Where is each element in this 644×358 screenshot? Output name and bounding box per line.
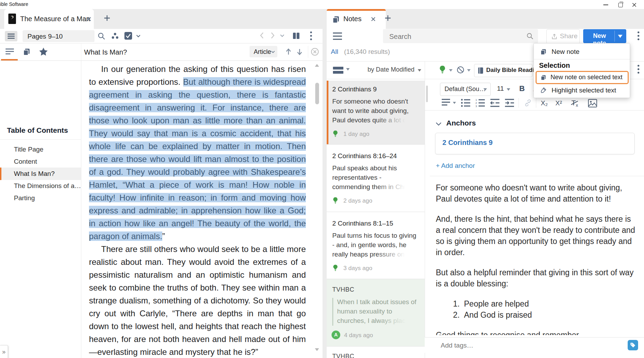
- filter-all[interactable]: All: [331, 48, 338, 56]
- editor-kebab-icon[interactable]: [637, 65, 639, 74]
- font-size-selector[interactable]: 11: [497, 85, 513, 94]
- toc-active-bar: [0, 168, 1, 180]
- note-item-title: TVHBC: [332, 353, 354, 358]
- notes-menu-icon[interactable]: [332, 32, 343, 40]
- note-paragraph: And, there Is the hint, that behind what…: [436, 213, 636, 258]
- scroll-up-icon[interactable]: [315, 64, 319, 67]
- scrollbar-thumb[interactable]: [315, 83, 319, 104]
- toc-tab-icon[interactable]: [5, 48, 15, 56]
- divider: [308, 46, 308, 58]
- note-list-item[interactable]: 2 Corinthians 8:1–15 Paul turns his focu…: [327, 212, 425, 279]
- next-article-icon[interactable]: [296, 48, 303, 56]
- chevron-down-icon[interactable]: [449, 69, 453, 72]
- note-editor-body[interactable]: For someone who doesn't want to write ab…: [436, 182, 636, 335]
- book-paragraph: In our generation the asking of this que…: [89, 63, 306, 243]
- add-tags-input[interactable]: [440, 340, 615, 351]
- copy-pages-icon[interactable]: [22, 48, 31, 56]
- close-circle-icon[interactable]: [311, 48, 319, 56]
- new-tab-button-right[interactable]: [384, 14, 393, 24]
- star-icon[interactable]: [39, 47, 48, 56]
- list-view-selector[interactable]: [333, 67, 350, 74]
- note-list-item[interactable]: TVHBC: [327, 347, 425, 358]
- reference-box[interactable]: Pages 9–10: [23, 30, 95, 42]
- sort-selector[interactable]: by Date Modified: [354, 66, 421, 73]
- close-button[interactable]: [628, 1, 640, 8]
- visual-filter-button[interactable]: [124, 31, 141, 40]
- new-tab-button-left[interactable]: [103, 14, 113, 24]
- superscript-button[interactable]: X²: [555, 99, 562, 107]
- window-titlebar: Bible Software: [0, 0, 644, 9]
- panel-menu-button[interactable]: [5, 31, 17, 41]
- link-icon[interactable]: [523, 98, 532, 107]
- divider: [430, 176, 644, 176]
- toc-item-title-page[interactable]: Title Page: [0, 143, 81, 155]
- panel-expander[interactable]: »: [0, 345, 8, 358]
- tag-badge-button[interactable]: [628, 340, 638, 350]
- toc-item-dimensions[interactable]: The Dimensions of a…: [0, 180, 81, 192]
- bold-button[interactable]: B: [519, 84, 525, 93]
- menu-item-new-note[interactable]: New note: [534, 46, 630, 58]
- reference-text: Pages 9–10: [27, 33, 63, 40]
- search-icon[interactable]: [97, 32, 106, 40]
- minimize-button[interactable]: [600, 1, 612, 8]
- previous-article-icon[interactable]: [285, 48, 292, 56]
- notebook-filter[interactable]: Daily Bible Reading: [474, 64, 532, 77]
- font-family-selector[interactable]: Default (Sou…: [440, 83, 491, 96]
- align-selector[interactable]: [441, 99, 457, 107]
- panel-kebab-icon[interactable]: [310, 31, 312, 40]
- note-list-item-selected[interactable]: 2 Corinthians 9 For someone who doesn't …: [327, 81, 425, 144]
- chevron-down-icon[interactable]: [467, 69, 471, 72]
- notes-kebab-icon[interactable]: [637, 31, 639, 40]
- community-dots-icon[interactable]: [111, 32, 120, 40]
- card-view-icon: [333, 71, 343, 74]
- toc-item-content[interactable]: Content: [0, 155, 81, 168]
- menu-item-new-note-on-selected[interactable]: New note on selected text: [536, 71, 629, 84]
- panel-gap: [323, 29, 327, 358]
- reading-pane[interactable]: In our generation the asking of this que…: [81, 61, 323, 358]
- notes-search-box[interactable]: [383, 29, 538, 43]
- note-item-time: 2 days ago: [343, 197, 372, 204]
- indent-icon[interactable]: [505, 99, 514, 107]
- bullet-list-icon[interactable]: [461, 99, 471, 107]
- note-item-preview: When I talk about issues of human sexual…: [337, 297, 418, 325]
- search-input[interactable]: [389, 29, 525, 44]
- collapse-chevron-icon[interactable]: [436, 122, 441, 126]
- toc-item-parting[interactable]: Parting: [0, 192, 81, 204]
- numbered-list-icon[interactable]: 123: [475, 98, 485, 107]
- close-tab-icon[interactable]: [86, 16, 92, 22]
- tab-notes[interactable]: Notes: [327, 9, 386, 29]
- insert-image-icon[interactable]: [588, 99, 597, 107]
- new-note-button[interactable]: New note: [583, 29, 626, 43]
- forward-icon[interactable]: [269, 32, 276, 39]
- view-mode-selector[interactable]: Article: [250, 46, 277, 57]
- close-tab-icon[interactable]: [370, 16, 376, 22]
- selected-text[interactable]: But although there is widespread agreeme…: [89, 77, 306, 241]
- maximize-button[interactable]: [614, 1, 626, 8]
- scroll-down-icon[interactable]: [315, 348, 319, 351]
- anchor-reference-link[interactable]: 2 Corinthians 9: [442, 139, 492, 147]
- back-icon[interactable]: [259, 32, 266, 39]
- lightbulb-filter-icon[interactable]: [439, 65, 446, 74]
- no-highlight-icon[interactable]: [457, 66, 464, 74]
- anchor-card[interactable]: 2 Corinthians 9: [435, 133, 635, 154]
- highlighter-icon: [540, 87, 547, 94]
- note-list-item-community[interactable]: TVHBC When I talk about issues of human …: [327, 279, 425, 346]
- add-anchor-link[interactable]: + Add anchor: [436, 162, 475, 170]
- history-chevron-icon[interactable]: [280, 34, 284, 37]
- note-list-item[interactable]: 2 Corinthians 8:16–24 Paul speaks about …: [327, 145, 425, 212]
- menu-item-highlight-selected[interactable]: Highlight selected text: [534, 84, 630, 96]
- toc-item-what-is-man[interactable]: What Is Man?: [0, 168, 81, 180]
- avatar-initial: A: [332, 331, 340, 339]
- tags-bar[interactable]: [425, 337, 644, 353]
- chevron-down-icon[interactable]: [618, 35, 622, 38]
- plus-icon: [103, 14, 111, 22]
- share-button[interactable]: Share: [546, 29, 580, 44]
- clear-formatting-button[interactable]: Tx: [571, 99, 582, 108]
- outdent-icon[interactable]: [490, 99, 500, 107]
- subscript-button[interactable]: X₂: [541, 99, 548, 107]
- tab-measure-of-a-man[interactable]: The Measure of a Man: [4, 9, 94, 29]
- anchors-heading: Anchors: [446, 119, 476, 127]
- minimize-icon: [603, 5, 608, 5]
- editor-scrollbar-thumb[interactable]: [426, 86, 428, 102]
- layout-columns-icon[interactable]: [292, 32, 300, 40]
